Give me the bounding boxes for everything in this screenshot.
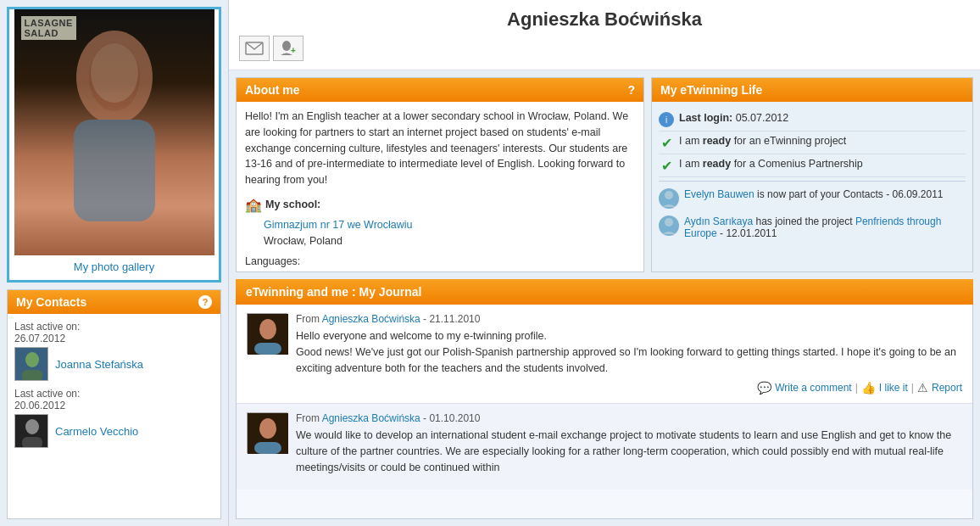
etwinning-life-content: i Last login: 05.07.2012 ✔ I am ready fo… [652, 102, 972, 271]
ready-comenius-text: I am ready for a Comenius Partnership [679, 158, 863, 170]
i-like-it-link-1[interactable]: I like it [879, 382, 908, 394]
about-me-panel: About me ? Hello! I'm an English teacher… [236, 77, 644, 272]
journal-section: eTwinning and me : My Journal From [229, 279, 980, 526]
top-panels: About me ? Hello! I'm an English teacher… [229, 70, 980, 279]
last-login-text: Last login: 05.07.2012 [679, 112, 788, 124]
add-contact-button[interactable]: + [273, 36, 303, 61]
svg-point-3 [91, 43, 138, 103]
contact-row: Joanna Stefańska [14, 347, 214, 381]
last-login-date: 05.07.2012 [736, 112, 789, 124]
evelyn-avatar [659, 188, 679, 209]
about-me-help[interactable]: ? [627, 83, 635, 97]
main-content: Agnieszka Boćwińska + [229, 0, 980, 526]
table-row: From Agnieszka Boćwińska - 21.11.2010 He… [237, 305, 972, 404]
left-sidebar: LASAGNESALAD My photo gallery My Contact… [0, 0, 229, 526]
svg-rect-17 [254, 343, 281, 355]
aydin-activity-text: Aydın Sarıkaya has joined the project Pe… [684, 215, 966, 239]
journal-header: eTwinning and me : My Journal [236, 279, 973, 305]
ready-project-check-icon: ✔ [659, 135, 674, 150]
svg-point-16 [259, 319, 276, 339]
svg-point-8 [25, 419, 39, 434]
languages-label: Languages: [245, 255, 300, 267]
etwinning-life-title: My eTwinning Life [660, 83, 762, 97]
ready-comenius-check-icon: ✔ [659, 158, 674, 173]
activity-evelyn: Evelyn Bauwen is now part of your Contac… [659, 185, 966, 212]
activity-aydin: Aydın Sarıkaya has joined the project Pe… [659, 212, 966, 243]
my-contacts-title: My Contacts [16, 295, 86, 309]
list-item: Last active on: 26.07.2012 Joanna Stefań… [8, 317, 220, 384]
entry-from-2: From Agnieszka Boćwińska - 01.10.2010 [296, 412, 962, 424]
journal-author-link-2[interactable]: Agnieszka Boćwińska [322, 412, 420, 424]
about-me-content: Hello! I'm an English teacher at a lower… [237, 102, 643, 271]
svg-rect-2 [74, 120, 155, 221]
contact-name-joanna[interactable]: Joanna Stefańska [55, 358, 143, 371]
profile-name-row: Agnieszka Boćwińska [229, 0, 980, 36]
svg-point-11 [282, 41, 291, 51]
comment-icon: 💬 [757, 381, 771, 394]
journal-entries: From Agnieszka Boćwińska - 21.11.2010 He… [236, 305, 973, 519]
contact-last-active-label: Last active on: 20.06.2012 [14, 388, 214, 411]
about-me-title: About me [245, 83, 300, 97]
journal-title: eTwinning and me : My Journal [246, 285, 421, 299]
school-section: 🏫 My school: Gimnazjum nr 17 we Wrocławi… [245, 195, 635, 249]
evelyn-bauwen-link[interactable]: Evelyn Bauwen [684, 188, 754, 200]
svg-rect-6 [22, 370, 42, 381]
svg-point-19 [259, 418, 276, 439]
email-button[interactable] [239, 36, 270, 61]
entry-avatar-2 [247, 412, 287, 453]
etwinning-life-panel: My eTwinning Life i Last login: 05.07.20… [651, 77, 973, 272]
list-item: Last active on: 20.06.2012 Carmelo Vecch… [8, 384, 220, 451]
my-contacts-widget: My Contacts ? Last active on: 26.07.2012 [7, 289, 221, 519]
evelyn-activity-text: Evelyn Bauwen is now part of your Contac… [684, 188, 944, 200]
aydin-avatar [659, 215, 679, 236]
profile-name: Agnieszka Boćwińska [507, 8, 702, 30]
about-me-text: Hello! I'm an English teacher at a lower… [245, 109, 635, 188]
my-contacts-header: My Contacts ? [8, 290, 220, 314]
ready-comenius-item: ✔ I am ready for a Comenius Partnership [659, 154, 966, 177]
contact-name-carmelo[interactable]: Carmelo Vecchio [55, 425, 138, 438]
entry-avatar-1 [247, 313, 287, 354]
entry-actions-1: 💬 Write a comment | 👍 I like it | ⚠ Repo… [296, 381, 962, 394]
profile-photo: LASAGNESALAD [14, 9, 214, 255]
contacts-list: Last active on: 26.07.2012 Joanna Stefań… [8, 314, 220, 518]
school-name-link[interactable]: Gimnazjum nr 17 we Wrocławiu [264, 219, 413, 231]
my-contacts-help[interactable]: ? [198, 295, 212, 309]
profile-photo-bg: LASAGNESALAD [14, 9, 214, 255]
aydin-sarikaya-link[interactable]: Aydın Sarıkaya [684, 215, 753, 227]
profile-header: Agnieszka Boćwińska + [229, 0, 980, 70]
contact-last-active-label: Last active on: 26.07.2012 [14, 321, 214, 344]
photo-gallery-link[interactable]: My photo gallery [74, 260, 154, 273]
email-icon [245, 42, 264, 55]
svg-rect-9 [22, 437, 42, 448]
svg-text:+: + [291, 46, 296, 55]
svg-point-14 [665, 218, 673, 227]
journal-entry-body-1: From Agnieszka Boćwińska - 21.11.2010 He… [296, 313, 962, 394]
journal-entry-text-2: We would like to develop an internationa… [296, 428, 962, 475]
contact-row: Carmelo Vecchio [14, 414, 214, 448]
entry-from-1: From Agnieszka Boćwińska - 21.11.2010 [296, 313, 962, 325]
warning-icon: ⚠ [917, 381, 928, 394]
journal-author-link-1[interactable]: Agnieszka Boćwińska [322, 313, 420, 325]
report-link-1[interactable]: Report [932, 382, 962, 394]
school-building-icon: 🏫 [245, 195, 262, 215]
school-label: My school: [265, 197, 320, 213]
contact-avatar-joanna [14, 347, 48, 381]
svg-rect-20 [254, 442, 281, 454]
profile-photo-section: LASAGNESALAD My photo gallery [7, 7, 221, 283]
svg-point-13 [665, 191, 673, 199]
journal-entry-text-1: Hello everyone and welcome to my e-twinn… [296, 328, 962, 376]
etwinning-life-header: My eTwinning Life [652, 78, 972, 102]
svg-point-5 [25, 352, 39, 367]
journal-entry-body-2: From Agnieszka Boćwińska - 01.10.2010 We… [296, 412, 962, 480]
last-login-icon: i [659, 112, 674, 127]
ready-project-item: ✔ I am ready for an eTwinning project [659, 132, 966, 154]
table-row: From Agnieszka Boćwińska - 01.10.2010 We… [237, 404, 972, 489]
header-icons-row: + [229, 36, 980, 66]
write-comment-link-1[interactable]: Write a comment [775, 382, 851, 394]
last-login-label: Last login: [679, 112, 732, 124]
add-contact-icon: + [279, 40, 298, 57]
school-location: Wrocław, Poland [264, 235, 342, 247]
contact-avatar-carmelo [14, 414, 48, 448]
last-login-item: i Last login: 05.07.2012 [659, 109, 966, 132]
about-me-header: About me ? [237, 78, 643, 102]
